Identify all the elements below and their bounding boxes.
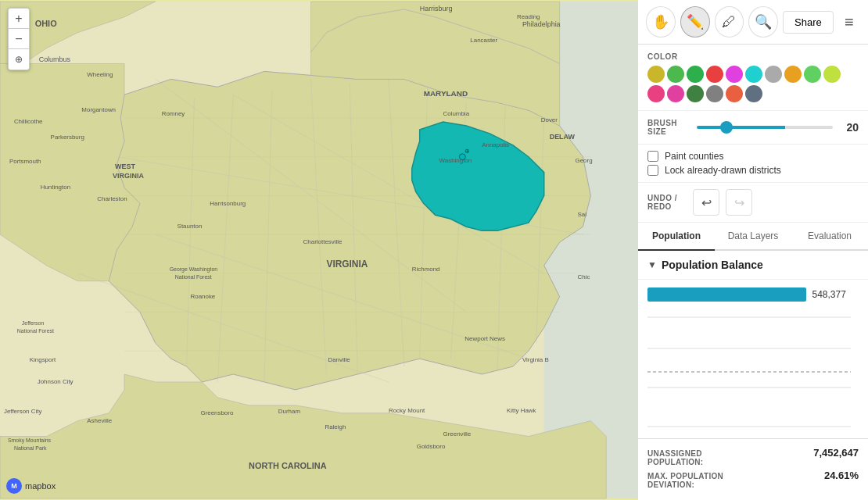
color-swatch[interactable] xyxy=(647,66,665,83)
paint-counties-checkbox[interactable] xyxy=(647,151,658,162)
color-section: COLOR xyxy=(638,45,868,111)
zoom-out-button[interactable]: − xyxy=(9,29,29,49)
mapbox-logo: M mapbox xyxy=(6,478,56,494)
color-swatch[interactable] xyxy=(687,85,704,102)
brush-section: BRUSHSIZE 20 xyxy=(638,111,868,145)
brush-value: 20 xyxy=(839,121,859,134)
max-deviation-label: MAX. POPULATION DEVIATION: xyxy=(647,472,723,489)
color-swatch[interactable] xyxy=(726,85,743,102)
bar-row: 548,377 xyxy=(647,288,859,302)
color-swatch[interactable] xyxy=(706,66,723,83)
tab-population[interactable]: Population xyxy=(638,223,715,251)
toolbar: ✋ ✏️ 🖊 🔍 Share ≡ xyxy=(638,0,868,45)
color-swatch[interactable] xyxy=(765,66,782,83)
tab-evaluation[interactable]: Evaluation xyxy=(791,223,868,251)
color-swatch[interactable] xyxy=(667,85,684,102)
color-swatch[interactable] xyxy=(647,85,665,102)
mapbox-logo-icon: M xyxy=(6,478,22,494)
max-deviation-row: MAX. POPULATION DEVIATION: 24.61% xyxy=(647,470,859,489)
undo-button[interactable]: ↩ xyxy=(693,189,719,216)
bar-chart-area: 548,377 Ideal: 727,365.82 xyxy=(638,280,868,438)
unassigned-population-label: UNASSIGNED POPULATION: xyxy=(647,449,703,466)
erase-tool-button[interactable]: 🖊 xyxy=(715,6,744,38)
map-container[interactable]: OHIO Columbus Wheeling Morgantown Chilli… xyxy=(0,0,637,500)
paint-counties-label[interactable]: Paint counties xyxy=(665,151,723,162)
color-label: COLOR xyxy=(647,52,859,61)
brush-slider[interactable] xyxy=(697,126,833,129)
bar-value: 548,377 xyxy=(812,289,846,300)
color-swatch[interactable] xyxy=(726,66,743,83)
zoom-controls: + − ⊕ xyxy=(8,8,30,70)
svg-point-32 xyxy=(459,154,465,160)
redo-button[interactable]: ↪ xyxy=(726,189,752,216)
right-panel: ✋ ✏️ 🖊 🔍 Share ≡ COLOR BRUSH xyxy=(637,0,868,500)
lock-districts-row: Lock already-drawn districts xyxy=(647,165,859,176)
color-swatch[interactable] xyxy=(745,66,762,83)
collapse-icon[interactable]: ▼ xyxy=(647,259,657,270)
brush-label: BRUSHSIZE xyxy=(647,119,690,136)
population-content: ▼ Population Balance 548,377 xyxy=(638,251,868,438)
max-deviation-value: 24.61% xyxy=(824,470,859,481)
zoom-in-button[interactable]: + xyxy=(9,9,29,29)
lock-districts-label[interactable]: Lock already-drawn districts xyxy=(665,165,781,176)
share-button[interactable]: Share xyxy=(783,11,834,34)
bar-fill xyxy=(647,288,806,302)
color-swatch[interactable] xyxy=(804,66,821,83)
menu-button[interactable]: ≡ xyxy=(838,10,860,34)
color-swatch[interactable] xyxy=(667,66,684,83)
lock-districts-checkbox[interactable] xyxy=(647,165,658,176)
color-swatch[interactable] xyxy=(823,66,841,83)
checkbox-section: Paint counties Lock already-drawn distri… xyxy=(638,145,868,183)
undo-redo-label: UNDO / REDO xyxy=(647,194,687,211)
draw-tool-button[interactable]: ✏️ xyxy=(680,6,710,38)
search-tool-button[interactable]: 🔍 xyxy=(748,6,778,38)
population-balance-title: Population Balance xyxy=(662,259,763,271)
zoom-reset-button[interactable]: ⊕ xyxy=(9,49,29,70)
paint-counties-row: Paint counties xyxy=(647,151,859,162)
mapbox-logo-text: mapbox xyxy=(25,481,56,491)
bottom-stats: UNASSIGNED POPULATION: 7,452,647 MAX. PO… xyxy=(638,438,868,500)
color-grid xyxy=(647,66,859,102)
color-swatch[interactable] xyxy=(687,66,704,83)
color-swatch[interactable] xyxy=(706,85,723,102)
unassigned-population-value: 7,452,647 xyxy=(813,447,859,459)
color-swatch[interactable] xyxy=(745,85,762,102)
tab-data-layers[interactable]: Data Layers xyxy=(715,223,791,251)
unassigned-population-row: UNASSIGNED POPULATION: 7,452,647 xyxy=(647,447,859,466)
color-swatch[interactable] xyxy=(784,66,802,83)
undo-redo-section: UNDO / REDO ↩ ↪ xyxy=(638,183,868,223)
chart-area: Ideal: 727,365.82 xyxy=(647,309,859,438)
hand-tool-button[interactable]: ✋ xyxy=(646,6,676,38)
population-balance-header: ▼ Population Balance xyxy=(638,251,868,280)
tabs: Population Data Layers Evaluation xyxy=(638,223,868,251)
svg-marker-3 xyxy=(109,71,590,390)
